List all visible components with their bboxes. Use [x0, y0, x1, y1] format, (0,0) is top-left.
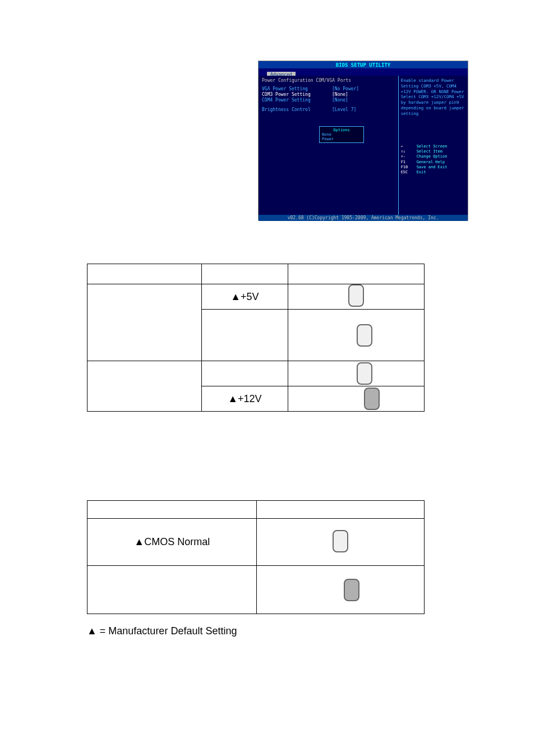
jumper-cap-icon	[364, 388, 380, 410]
bios-nav-key: ←	[401, 144, 417, 149]
bios-nav-row: ↑↓Select Item	[401, 149, 465, 154]
jumper-icon	[321, 579, 359, 601]
jumper-icon	[333, 530, 348, 552]
table-cell	[201, 361, 288, 386]
jumper-table-1: ▲+5V ▲+12V	[87, 264, 425, 412]
bios-setting-value: [No Power]	[332, 86, 359, 91]
bios-options-title: Options	[322, 128, 361, 132]
bios-setting-row: Brightness Control [Level 7]	[262, 107, 395, 112]
bios-setting-name: COM3 Power Setting	[262, 92, 332, 97]
jumper-cap-icon	[357, 362, 372, 385]
table-row	[87, 361, 425, 386]
bios-header: BIOS SETUP UTILITY	[259, 61, 468, 68]
bios-nav-desc: Select Item	[417, 149, 442, 154]
jumper-icon	[288, 324, 424, 347]
bios-setting-value: [Level 7]	[332, 107, 356, 112]
bios-nav-row: ESCExit	[401, 170, 465, 175]
jumper-table-2: ▲CMOS Normal	[87, 500, 425, 614]
bios-options-popup: Options None Power	[319, 126, 364, 143]
bios-section-title: Power Configuration COM/VGA Ports	[262, 78, 395, 83]
bios-nav-desc: Select Screen	[417, 144, 448, 149]
table-cell	[201, 264, 288, 284]
bios-setting-name: VGA Power Setting	[262, 86, 332, 91]
jumper-icon	[333, 388, 380, 410]
bios-setting-row: COM4 Power Setting [None]	[262, 98, 395, 103]
bios-setting-value: [None]	[332, 92, 348, 97]
table-cell	[288, 284, 425, 310]
bios-nav-key: +-	[401, 154, 417, 159]
bios-nav-desc: Change Option	[417, 154, 448, 159]
bios-option-item: None	[322, 132, 361, 137]
bios-left-pane: Power Configuration COM/VGA Ports VGA Po…	[259, 76, 398, 215]
table-cell	[257, 501, 425, 519]
table-row: ▲+5V	[87, 284, 425, 310]
jumper-icon	[348, 284, 364, 307]
table-cell	[288, 310, 425, 361]
bios-main: Power Configuration COM/VGA Ports VGA Po…	[259, 76, 468, 215]
table-row: ▲CMOS Normal	[87, 519, 425, 566]
bios-setting-value: [None]	[332, 98, 348, 103]
table-cell	[201, 310, 288, 361]
bios-nav-key: ESC	[401, 170, 417, 175]
bios-nav-desc: General Help	[417, 160, 445, 165]
jumper-cap-icon	[344, 579, 359, 601]
table-cell	[87, 284, 202, 361]
table-cell-cmos-normal: ▲CMOS Normal	[87, 519, 257, 566]
table-cell	[87, 361, 202, 412]
table-row	[87, 566, 425, 614]
table-row	[87, 501, 425, 519]
bios-nav-key: F1	[401, 160, 417, 165]
table-cell	[87, 264, 202, 284]
bios-tabs-row: Advanced	[259, 68, 468, 76]
table-cell	[87, 566, 257, 614]
table-cell-12v: ▲+12V	[201, 386, 288, 412]
footnote-default-setting: ▲ = Manufacturer Default Setting	[87, 625, 237, 637]
bios-option-item: Power	[322, 137, 361, 141]
bios-screenshot: BIOS SETUP UTILITY Advanced Power Config…	[258, 61, 468, 220]
table-row	[87, 264, 425, 284]
table-cell	[257, 566, 425, 614]
table-cell	[257, 519, 425, 566]
bios-nav-row: +-Change Option	[401, 154, 465, 159]
bios-nav-desc: Save and Exit	[417, 165, 448, 170]
bios-footer: v02.68 (C)Copyright 1985-2009, American …	[259, 215, 468, 221]
table-cell-5v: ▲+5V	[201, 284, 288, 310]
bios-setting-name: COM4 Power Setting	[262, 98, 332, 103]
jumper-cap-icon	[357, 324, 372, 347]
bios-nav-row: F1General Help	[401, 160, 465, 165]
jumper-cap-icon	[333, 530, 348, 552]
jumper-cap-icon	[348, 284, 364, 307]
bios-right-pane: Enable standard Power Setting COM3 +5V, …	[398, 76, 468, 215]
bios-nav-row: F10Save and Exit	[401, 165, 465, 170]
table-cell	[288, 264, 425, 284]
bios-setting-row: VGA Power Setting [No Power]	[262, 86, 395, 91]
table-cell	[87, 501, 257, 519]
bios-setting-row: COM3 Power Setting [None]	[262, 92, 395, 97]
bios-nav-desc: Exit	[417, 170, 426, 175]
bios-nav-key: F10	[401, 165, 417, 170]
table-cell	[288, 361, 425, 386]
bios-setting-name: Brightness Control	[262, 107, 332, 112]
jumper-icon	[340, 362, 372, 385]
bios-nav-key: ↑↓	[401, 149, 417, 154]
bios-help-text: Enable standard Power Setting COM3 +5V, …	[401, 78, 465, 116]
bios-nav-row: ←Select Screen	[401, 144, 465, 149]
table-cell	[288, 386, 425, 412]
